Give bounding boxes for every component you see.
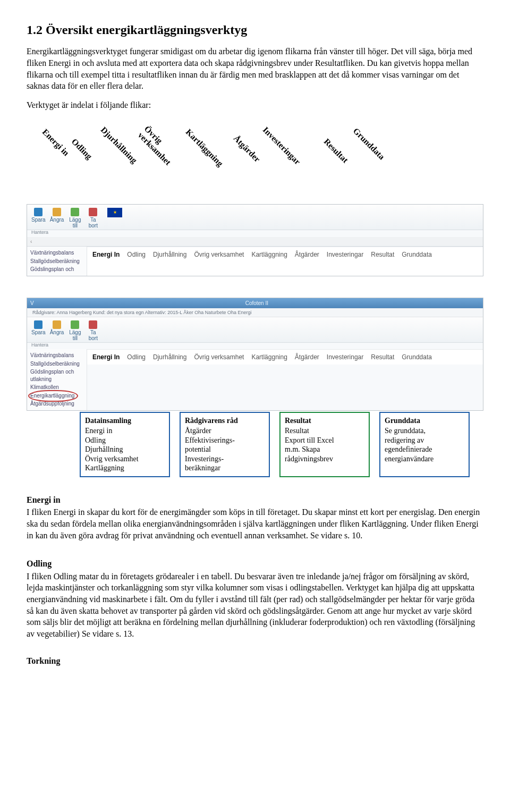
undo-button[interactable]: Ångra — [50, 320, 64, 336]
section-torkning-title: Torkning — [27, 655, 483, 667]
diag-label-odling: Odling — [69, 136, 95, 162]
tab-strip: Energi In Odling Djurhållning Övrig verk… — [87, 349, 483, 365]
delete-button[interactable]: Tabort — [86, 320, 100, 341]
sidebar-item-energikartlaggning[interactable]: Energikartläggning — [30, 392, 74, 400]
callout-title: Resultat — [285, 416, 364, 426]
tab-kartlaggning[interactable]: Kartläggning — [251, 353, 287, 361]
sidebar-item[interactable]: Gödslingsplan och — [30, 265, 83, 274]
callout-line: Investerings- — [185, 454, 265, 464]
section-energi-in: Energi in I fliken Energi in skapar du k… — [27, 494, 483, 541]
callout-line: Resultat — [285, 426, 364, 436]
save-button[interactable]: Spara — [31, 320, 46, 336]
tab-kartlaggning[interactable]: Kartläggning — [251, 250, 287, 273]
callout-grunddata: Grunddata Se grunddata, redigering av eg… — [379, 412, 470, 477]
tab-djurhallning[interactable]: Djurhållning — [153, 353, 186, 361]
add-icon — [71, 208, 79, 216]
section-text: I fliken Odling matar du in företagets g… — [27, 571, 483, 640]
tab-resultat[interactable]: Resultat — [371, 353, 394, 361]
tab-strip: Energi In Odling Djurhållning Övrig verk… — [87, 247, 483, 276]
callout-line: egendefinierade — [385, 445, 464, 454]
tab-resultat[interactable]: Resultat — [371, 250, 394, 273]
callout-line: potential — [185, 445, 265, 454]
intro-paragraph-1: Energikartläggningsverktyget fungerar sm… — [27, 46, 483, 91]
collapse-chevron[interactable]: ‹ — [27, 237, 483, 247]
left-sidebar: Växtnäringsbalans Stallgödselberäkning G… — [27, 349, 87, 410]
callout-line: Övrig verksamhet — [85, 454, 165, 464]
tab-ovrig-verksamhet[interactable]: Övrig verksamhet — [194, 353, 244, 361]
titlebar-left: V — [30, 300, 34, 307]
section-heading: 1.2 Översikt energikartläggningsverktyg — [27, 21, 483, 38]
sidebar-item[interactable]: Klimatkollen — [30, 383, 83, 392]
section-odling: Odling I fliken Odling matar du in föret… — [27, 558, 483, 639]
callout-line: Djurhållning — [85, 445, 165, 454]
intro-paragraph-2: Verktyget är indelat i följande flikar: — [27, 99, 483, 111]
save-icon — [34, 208, 42, 216]
diag-label-investeringar: Investeringar — [260, 124, 303, 167]
tab-odling[interactable]: Odling — [127, 250, 146, 273]
diag-label-djurhallning: Djurhållning — [98, 124, 140, 166]
save-icon — [34, 320, 42, 329]
tab-investeringar[interactable]: Investeringar — [327, 353, 363, 361]
tab-djurhallning[interactable]: Djurhållning — [153, 250, 186, 273]
eu-flag-icon: ★ — [107, 208, 122, 217]
save-label: Spara — [31, 217, 46, 223]
undo-button[interactable]: Ångra — [50, 208, 64, 223]
tab-energi-in[interactable]: Energi In — [92, 250, 120, 273]
callout-line: energianvändare — [385, 454, 464, 464]
callout-radgivarens-rad: Rådgivarens råd Åtgärder Effektivisering… — [180, 412, 270, 477]
tab-ovrig-verksamhet[interactable]: Övrig verksamhet — [194, 250, 244, 273]
diag-label-grunddata: Grunddata — [351, 125, 387, 162]
add-label: Läggtill — [69, 330, 81, 341]
callout-line: rådgivningsbrev — [285, 454, 364, 464]
tab-grunddata[interactable]: Grunddata — [402, 250, 432, 273]
save-button[interactable]: Spara — [31, 208, 46, 223]
callout-line: Åtgärder — [185, 426, 265, 436]
diag-label-resultat: Resultat — [321, 136, 351, 165]
ribbon-group-label: Hantera — [27, 342, 483, 349]
sidebar-item-label: Energikartläggning — [30, 393, 74, 399]
tab-odling[interactable]: Odling — [127, 353, 146, 361]
sidebar-item[interactable]: Åtgärdsuppföljning — [30, 400, 83, 408]
callout-line: Odling — [85, 436, 165, 445]
add-icon — [71, 320, 79, 329]
tab-grunddata[interactable]: Grunddata — [402, 353, 432, 361]
delete-label: Tabort — [89, 217, 98, 229]
tab-investeringar[interactable]: Investeringar — [327, 250, 363, 273]
undo-label: Ångra — [50, 217, 64, 223]
sidebar-item[interactable]: Stallgödselberäkning — [30, 360, 83, 368]
callout-title: Grunddata — [385, 416, 464, 426]
diagonal-tab-labels: Energi in Odling Djurhållning Ångra Övri… — [48, 121, 483, 201]
callout-datainsamling: Datainsamling Energi in Odling Djurhålln… — [80, 412, 170, 477]
sidebar-item[interactable]: Växtnäringsbalans — [30, 351, 83, 360]
add-button[interactable]: Läggtill — [68, 320, 82, 341]
diag-label-energi-in: Energi in — [40, 126, 72, 158]
tab-energi-in[interactable]: Energi In — [92, 353, 120, 361]
delete-icon — [89, 208, 97, 216]
left-sidebar: Växtnäringsbalans Stallgödselberäkning G… — [27, 247, 87, 276]
delete-button[interactable]: Tabort — [86, 208, 100, 229]
app-toolbar-screenshot-2: V Cofoten II Rådgivare: Anna Hagerberg K… — [27, 298, 483, 411]
callout-line: Se grunddata, — [385, 426, 464, 436]
ribbon-group-label: Hantera — [27, 229, 483, 236]
sidebar-item[interactable]: Gödslingsplan och utlakning — [30, 368, 83, 383]
callout-boxes: Datainsamling Energi in Odling Djurhålln… — [80, 412, 483, 477]
callout-line: Kartläggning — [85, 463, 165, 473]
callout-title: Rådgivarens råd — [185, 416, 265, 426]
callout-line: beräkningar — [185, 463, 265, 473]
sidebar-item[interactable]: Växtnäringsbalans — [30, 249, 83, 257]
diag-label-ovrig-verksamhet: Ångra Övrigverksamhet — [136, 124, 178, 167]
undo-icon — [53, 320, 61, 329]
section-title: Odling — [27, 558, 483, 570]
delete-icon — [89, 320, 97, 329]
sidebar-item[interactable]: Stallgödselberäkning — [30, 257, 83, 266]
add-button[interactable]: Läggtill — [68, 208, 82, 229]
window-titlebar: V Cofoten II — [27, 298, 483, 309]
callout-line: Effektiviserings- — [185, 436, 265, 445]
callout-line: redigering av — [385, 436, 464, 445]
diag-label-kartlaggning: Kartläggning — [183, 126, 226, 169]
callout-line: m.m. Skapa — [285, 445, 364, 454]
tab-atgarder[interactable]: Åtgärder — [295, 250, 319, 273]
undo-label: Ångra — [50, 330, 64, 336]
tab-atgarder[interactable]: Åtgärder — [295, 353, 319, 361]
section-title: Energi in — [27, 494, 483, 506]
